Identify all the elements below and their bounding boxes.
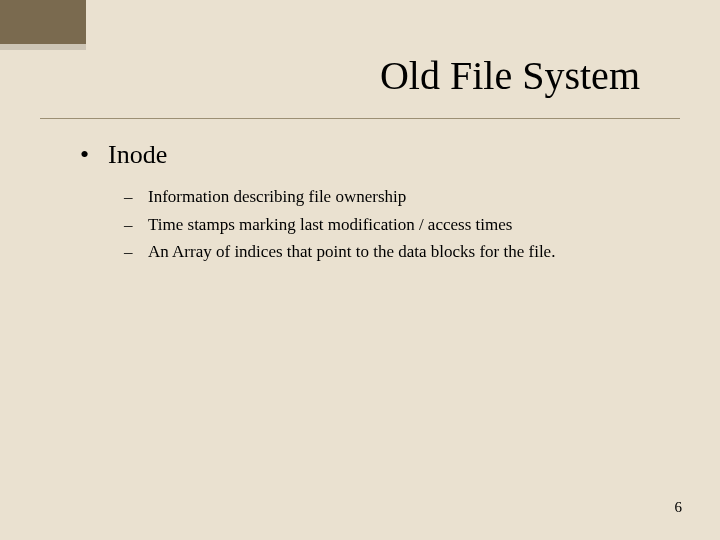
bullet-dash-icon: – <box>124 184 148 210</box>
page-number: 6 <box>675 499 683 516</box>
bullet-level2-text: Information describing file ownership <box>148 184 406 210</box>
bullet-dash-icon: – <box>124 239 148 265</box>
sub-bullet-list: – Information describing file ownership … <box>124 184 660 265</box>
bullet-level1: • Inode <box>80 140 660 170</box>
bullet-level2: – An Array of indices that point to the … <box>124 239 660 265</box>
bullet-dash-icon: – <box>124 212 148 238</box>
bullet-level2: – Time stamps marking last modification … <box>124 212 660 238</box>
title-underline <box>40 118 680 119</box>
bullet-level2-text: An Array of indices that point to the da… <box>148 239 555 265</box>
corner-accent-shadow <box>0 44 86 50</box>
slide-title: Old File System <box>0 52 640 99</box>
corner-accent <box>0 0 86 44</box>
slide: Old File System • Inode – Information de… <box>0 0 720 540</box>
bullet-level1-text: Inode <box>108 140 167 170</box>
bullet-level2: – Information describing file ownership <box>124 184 660 210</box>
bullet-level2-text: Time stamps marking last modification / … <box>148 212 512 238</box>
bullet-dot-icon: • <box>80 140 108 170</box>
slide-content: • Inode – Information describing file ow… <box>80 140 660 267</box>
